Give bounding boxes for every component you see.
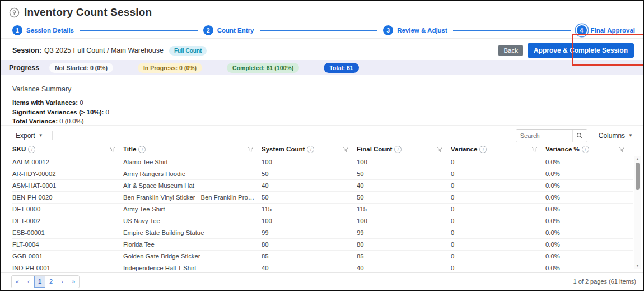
table-row[interactable]: GGB-0001Golden Gate Bridge Sticker858500…: [12, 251, 633, 262]
cell-variance-: 0.0%: [545, 265, 633, 271]
page-2-button[interactable]: 2: [45, 276, 57, 288]
search-input[interactable]: [516, 130, 572, 142]
cell-sku: BEN-PH-0020: [12, 194, 123, 201]
stepper-step-3[interactable]: 3Review & Adjust: [383, 25, 447, 35]
step-label: Final Approval: [591, 27, 635, 34]
table-row[interactable]: ESB-00001Empire State Building Statue999…: [12, 227, 633, 239]
cell-title: Army Tee-Shirt: [123, 206, 262, 213]
first-page-button[interactable]: «: [12, 276, 23, 288]
cell-final-count: 50: [357, 194, 451, 201]
cell-final-count: 99: [357, 229, 451, 236]
column-header-variance[interactable]: Variancei: [451, 142, 545, 156]
cell-system-count: 85: [262, 253, 357, 260]
column-header-variance-[interactable]: Variance %i: [545, 142, 633, 156]
cell-sku: DFT-0002: [12, 218, 123, 224]
variance-summary: Variance Summary Items with Variances: 0…: [12, 85, 109, 126]
stepper-step-4[interactable]: 4Final Approval: [577, 25, 635, 35]
cell-variance: 0: [451, 229, 545, 236]
cell-variance: 0: [451, 218, 545, 224]
page-title: Inventory Count Session: [24, 6, 152, 19]
cell-variance: 0: [451, 159, 545, 165]
cell-variance: 0: [451, 241, 545, 248]
variance-item-value: 0 (0.0%): [59, 118, 83, 124]
filter-funnel-icon[interactable]: [248, 146, 254, 153]
column-label: Final Count: [357, 146, 392, 153]
cell-variance-: 0.0%: [545, 159, 633, 165]
info-icon: i: [138, 146, 146, 153]
cell-title: Air & Space Museum Hat: [123, 182, 262, 189]
cell-title: US Navy Tee: [123, 218, 262, 224]
variance-section-divider: [1, 81, 643, 81]
scroll-up-icon[interactable]: ▲: [634, 156, 641, 162]
table-scrollbar[interactable]: ▲ ▼: [634, 156, 641, 269]
cell-title: Alamo Tee Shirt: [123, 159, 262, 165]
cell-variance-: 0.0%: [545, 253, 633, 260]
table-row[interactable]: AALM-00012Alamo Tee Shirt10010000.0%: [12, 156, 633, 168]
stepper-step-1[interactable]: 1Session Details: [12, 25, 74, 35]
column-label: Title: [123, 146, 136, 153]
step-number: 3: [383, 25, 393, 35]
column-header-sku[interactable]: SKUi: [12, 142, 123, 156]
column-label: Variance: [451, 146, 477, 153]
stepper-step-2[interactable]: 2Count Entry: [203, 25, 254, 35]
table-row[interactable]: FLT-0004Florida Tee808000.0%: [12, 239, 633, 251]
column-header-system-count[interactable]: System Counti: [262, 142, 357, 156]
approve-complete-session-button[interactable]: Approve & Complete Session: [528, 43, 634, 58]
prev-page-button[interactable]: ‹: [23, 276, 34, 288]
table-row[interactable]: DFT-0002US Navy Tee10010000.0%: [12, 215, 633, 227]
stepper-connector: [260, 30, 378, 31]
cell-variance-: 0.0%: [545, 194, 633, 201]
cell-title: Florida Tee: [123, 241, 262, 248]
export-button[interactable]: Export ▼: [12, 131, 46, 141]
cell-final-count: 100: [357, 159, 451, 165]
columns-button[interactable]: Columns ▼: [595, 131, 636, 140]
export-label: Export: [16, 132, 35, 140]
table-row[interactable]: BEN-PH-0020Ben Franklin Vinyl Sticker - …: [12, 192, 633, 204]
scrollbar-thumb[interactable]: [636, 163, 640, 190]
inventory-count-session-page: Inventory Count Session 1Session Details…: [0, 0, 644, 291]
column-header-final-count[interactable]: Final Counti: [357, 142, 451, 156]
step-number: 1: [12, 25, 22, 35]
cell-variance-: 0.0%: [545, 170, 633, 177]
table-row[interactable]: AR-HDY-00002Army Rangers Hoodie505000.0%: [12, 168, 633, 180]
back-button[interactable]: Back: [498, 45, 523, 56]
filter-funnel-icon[interactable]: [531, 146, 538, 153]
search-button[interactable]: [572, 130, 587, 142]
column-header-title[interactable]: Titlei: [123, 142, 262, 156]
cell-system-count: 40: [262, 182, 357, 189]
progress-badge-2: In Progress: 0 (0%): [138, 63, 202, 73]
progress-badge-1: Not Started: 0 (0%): [49, 63, 113, 73]
step-label: Review & Adjust: [397, 27, 447, 34]
column-label: Variance %: [545, 146, 580, 153]
filter-funnel-icon[interactable]: [437, 146, 443, 153]
cell-final-count: 40: [357, 182, 451, 189]
progress-label: Progress: [9, 64, 49, 72]
scroll-down-icon[interactable]: ▼: [634, 263, 641, 269]
filter-funnel-icon[interactable]: [343, 146, 349, 153]
session-label: Session:: [12, 47, 41, 54]
variance-item: Significant Variances (> 10%): 0: [12, 108, 109, 117]
page-header: Inventory Count Session: [9, 6, 152, 19]
table-row[interactable]: ASM-HAT-0001Air & Space Museum Hat404000…: [12, 180, 633, 192]
next-page-button[interactable]: ›: [57, 276, 68, 288]
session-icon: [9, 7, 20, 18]
cell-variance-: 0.0%: [545, 218, 633, 224]
cell-variance-: 0.0%: [545, 229, 633, 236]
cell-variance-: 0.0%: [545, 206, 633, 213]
cell-sku: DFT-0000: [12, 206, 123, 213]
table-row[interactable]: DFT-0000Army Tee-Shirt11511500.0%: [12, 204, 633, 215]
column-label: System Count: [262, 146, 305, 153]
last-page-button[interactable]: »: [68, 276, 79, 288]
progress-badge-4: Total: 61: [324, 63, 358, 73]
progress-badges: Not Started: 0 (0%)In Progress: 0 (0%)Co…: [49, 63, 359, 73]
cell-system-count: 99: [262, 229, 357, 236]
cell-sku: ESB-00001: [12, 229, 123, 236]
page-1-button[interactable]: 1: [34, 276, 45, 288]
filter-funnel-icon[interactable]: [619, 146, 625, 153]
cell-title: Independence Hall T-Shirt: [123, 265, 262, 271]
full-count-badge: Full Count: [169, 46, 207, 56]
filter-funnel-icon[interactable]: [109, 146, 115, 153]
toolbar-separator: [52, 131, 53, 140]
table-toolbar: Export ▼ Columns ▼: [12, 128, 636, 142]
variance-item-value: 0: [106, 109, 109, 116]
